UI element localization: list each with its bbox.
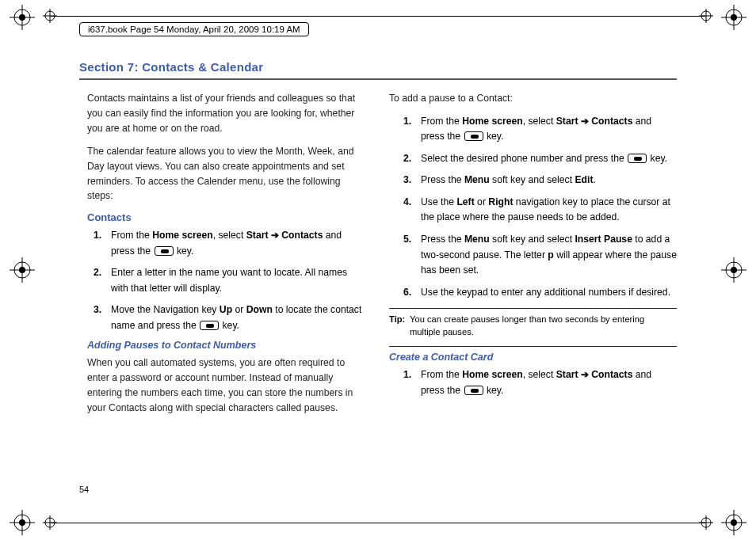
tip-rule-top (389, 308, 677, 309)
text: or (232, 304, 246, 315)
cropmark-icon (10, 5, 35, 30)
step-text: Use the Left or Right navigation key to … (421, 195, 677, 226)
crosshair-icon (699, 9, 713, 23)
create-steps: 1. From the Home screen, select Start ➔ … (403, 367, 677, 398)
crop-line-bottom (51, 523, 705, 524)
text: Press the (421, 174, 464, 185)
step-item: 1. From the Home screen, select Start ➔ … (403, 367, 677, 398)
text: Home screen (462, 116, 523, 127)
text: Menu (464, 234, 490, 245)
step-text: Select the desired phone number and pres… (421, 151, 677, 167)
pauses-para: When you call automated systems, you are… (87, 356, 367, 416)
tip-rule-bottom (389, 346, 677, 347)
text: Press the (421, 234, 464, 245)
step-item: 5. Press the Menu soft key and select In… (403, 232, 677, 279)
column-right: To add a pause to a Contact: 1. From the… (389, 91, 677, 424)
cropmark-icon (10, 510, 35, 535)
text: key. (174, 245, 194, 257)
step-item: 2. Select the desired phone number and p… (403, 151, 677, 167)
text: p (548, 249, 553, 260)
step-text: From the Home screen, select Start ➔ Con… (421, 367, 677, 398)
step-item: 1. From the Home screen, select Start ➔ … (94, 228, 367, 259)
text: soft key and select (490, 234, 575, 245)
column-left: Contacts maintains a list of your friend… (79, 91, 367, 424)
step-number: 1. (94, 228, 111, 259)
arrow-icon: ➔ (578, 116, 591, 127)
text: Use the (421, 196, 456, 207)
text: key. (484, 131, 504, 142)
crosshair-icon (43, 9, 57, 23)
text: key. (220, 320, 239, 331)
step-number: 4. (403, 195, 421, 226)
cropmark-icon (721, 510, 746, 535)
step-text: From the Home screen, select Start ➔ Con… (111, 228, 367, 259)
text: Contacts (591, 116, 632, 127)
text: Edit (575, 174, 593, 185)
text: , select (523, 116, 556, 127)
step-item: 1. From the Home screen, select Start ➔ … (403, 114, 677, 145)
right-intro: To add a pause to a Contact: (389, 91, 677, 106)
intro-para-1: Contacts maintains a list of your friend… (87, 91, 367, 136)
text: From the (111, 230, 152, 241)
pauses-heading: Adding Pauses to Contact Numbers (87, 340, 367, 351)
step-number: 2. (94, 265, 111, 296)
step-text: Enter a letter in the name you want to l… (111, 265, 367, 296)
step-number: 3. (94, 302, 111, 333)
text: Contacts (281, 230, 323, 241)
text: Up (220, 304, 232, 315)
text: Move the Navigation key (111, 304, 220, 315)
ok-key-icon (464, 131, 483, 141)
crosshair-icon (43, 515, 57, 530)
create-contact-heading: Create a Contact Card (389, 352, 677, 363)
text: Right (488, 196, 513, 207)
arrow-icon: ➔ (578, 369, 591, 380)
step-text: From the Home screen, select Start ➔ Con… (421, 114, 677, 145)
page-body: Section 7: Contacts & Calendar Contacts … (79, 60, 677, 492)
arrow-icon: ➔ (268, 230, 281, 241)
intro-para-2: The calendar feature allows you to view … (87, 144, 367, 204)
step-item: 4. Use the Left or Right navigation key … (403, 195, 677, 226)
text: Home screen (152, 230, 213, 241)
section-title: Section 7: Contacts & Calendar (79, 60, 677, 74)
tip-label: Tip: (389, 314, 405, 326)
step-number: 1. (403, 367, 421, 398)
page-number: 54 (79, 485, 89, 494)
ok-key-icon (464, 386, 483, 395)
text: , select (213, 230, 246, 241)
text: or (475, 196, 489, 207)
text: key. (647, 153, 667, 164)
tip-text: Tip: You can create pauses longer than t… (389, 314, 677, 338)
text: Start (556, 116, 578, 127)
text: Down (246, 304, 273, 315)
text: Select the desired phone number and pres… (421, 153, 627, 164)
step-text: Move the Navigation key Up or Down to lo… (111, 302, 367, 333)
cropmark-icon (10, 257, 35, 283)
step-number: 3. (403, 173, 421, 188)
step-text: Use the keypad to enter any additional n… (421, 285, 677, 301)
contacts-heading: Contacts (87, 211, 367, 223)
doc-header: i637.book Page 54 Monday, April 20, 2009… (79, 22, 309, 36)
text: Menu (464, 174, 490, 185)
text: Contacts (591, 369, 632, 380)
step-number: 6. (403, 285, 421, 301)
text: Insert Pause (575, 234, 632, 245)
step-number: 1. (403, 114, 421, 145)
title-rule (79, 78, 677, 80)
text: Start (556, 369, 578, 380)
ok-key-icon (200, 321, 219, 330)
cropmark-icon (721, 5, 746, 30)
crosshair-icon (699, 515, 713, 530)
cropmark-icon (721, 257, 746, 283)
step-text: Press the Menu soft key and select Edit. (421, 173, 677, 188)
pause-steps: 1. From the Home screen, select Start ➔ … (403, 114, 677, 300)
text: key. (484, 385, 504, 396)
text: . (593, 174, 595, 185)
step-item: 6. Use the keypad to enter any additiona… (403, 285, 677, 301)
step-item: 3. Press the Menu soft key and select Ed… (403, 173, 677, 188)
crop-line-top (51, 16, 705, 17)
step-number: 5. (403, 232, 421, 279)
ok-key-icon (155, 246, 174, 256)
step-item: 2. Enter a letter in the name you want t… (94, 265, 367, 296)
contacts-steps: 1. From the Home screen, select Start ➔ … (94, 228, 367, 333)
text: From the (421, 116, 462, 127)
